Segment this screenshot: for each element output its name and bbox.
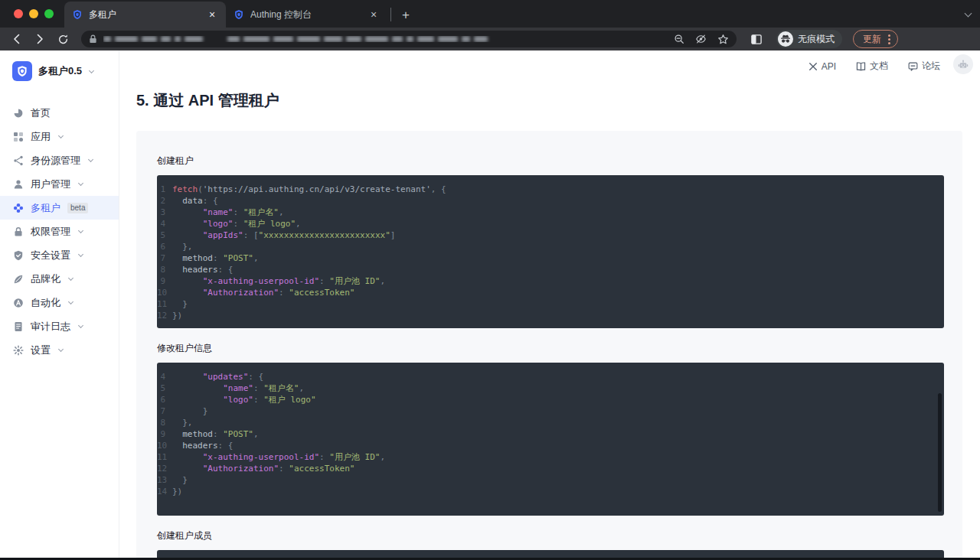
incognito-label: 无痕模式 (798, 33, 835, 46)
code-token: "用户池 ID" (329, 276, 380, 286)
line-number: 6 (157, 241, 172, 252)
code-token: fetch (172, 184, 198, 194)
code-token: "Authorization" (172, 464, 279, 474)
code-token: , (380, 276, 385, 286)
chevron-down-icon (78, 228, 83, 233)
code-token: "logo" (172, 395, 253, 405)
code-token: method (172, 429, 213, 439)
code-token: : (213, 429, 223, 439)
code-token: "租户 logo" (243, 219, 296, 229)
bookmark-star-icon[interactable] (717, 34, 729, 45)
url-address-bar[interactable] (81, 31, 737, 47)
line-number: 5 (157, 230, 172, 241)
browser-toolbar: 无痕模式 更新 (0, 28, 980, 50)
sidebar-item-安全设置[interactable]: 安全设置 (0, 243, 119, 267)
line-number: 9 (157, 275, 172, 287)
back-icon[interactable] (8, 30, 26, 48)
sidebar-item-label: 安全设置 (31, 249, 70, 262)
forum-bubble-icon (908, 62, 918, 71)
window-zoom-button[interactable] (44, 9, 54, 18)
sidebar-item-审计日志[interactable]: 审计日志 (0, 314, 119, 338)
api-link[interactable]: API (808, 61, 836, 72)
code-token: : (319, 276, 329, 286)
sidebar-item-用户管理[interactable]: 用户管理 (0, 172, 119, 196)
chevron-down-icon (78, 181, 83, 186)
section-label: 创建租户 (157, 155, 944, 168)
sidebar-item-自动化[interactable]: 自动化 (0, 291, 119, 314)
docs-link[interactable]: 文档 (856, 60, 888, 73)
tab-close-icon[interactable]: × (368, 8, 380, 21)
code-token: : [ (243, 230, 259, 240)
sidebar-item-身份源管理[interactable]: 身份源管理 (0, 148, 119, 172)
sidebar-item-label: 品牌化 (31, 272, 60, 286)
sidebar-item-品牌化[interactable]: 品牌化 (0, 267, 119, 291)
line-number: 5 (157, 383, 172, 394)
code-token: "租户 logo" (263, 395, 315, 405)
code-token: "x-authing-userpool-id" (172, 276, 319, 286)
code-token: "appIds" (172, 230, 243, 240)
sidebar-item-label: 应用 (31, 130, 51, 144)
code-token: ( (198, 184, 203, 194)
line-number: 8 (157, 264, 172, 275)
code-token: method (172, 253, 213, 263)
line-number: 9 (157, 428, 172, 440)
sidebar-item-label: 权限管理 (31, 225, 70, 239)
scrollbar-thumb[interactable] (938, 393, 942, 512)
browser-tab-multitenant[interactable]: 多租户 × (64, 2, 226, 28)
forum-link[interactable]: 论坛 (908, 60, 940, 73)
line-number: 1 (157, 184, 172, 195)
sidebar-item-应用[interactable]: 应用 (0, 125, 119, 148)
zoom-icon[interactable] (674, 34, 684, 44)
kebab-menu-icon[interactable] (886, 34, 893, 44)
home-icon (13, 108, 24, 119)
assistant-robot-avatar[interactable] (953, 54, 973, 74)
code-token: "Authorization" (172, 288, 279, 298)
sidebar-item-首页[interactable]: 首页 (0, 101, 119, 125)
code-token: : (233, 207, 243, 217)
sidebar-item-多租户[interactable]: 多租户beta (0, 196, 119, 220)
code-token: : { (203, 196, 218, 206)
sidebar-item-label: 用户管理 (31, 177, 70, 191)
update-label: 更新 (863, 33, 881, 46)
forward-icon[interactable] (31, 30, 49, 48)
reload-icon[interactable] (54, 30, 72, 48)
browser-tab-console[interactable]: Authing 控制台 × (226, 2, 387, 28)
chevron-down-icon (58, 133, 64, 138)
settings-icon (13, 345, 24, 356)
window-minimize-button[interactable] (29, 9, 38, 18)
line-number: 12 (157, 463, 172, 474)
sidebar-item-label: 设置 (31, 343, 51, 357)
code-token: "租户名" (263, 383, 299, 393)
sidebar: 多租户0.5 首页应用身份源管理用户管理多租户beta权限管理安全设置品牌化自动… (0, 50, 119, 560)
code-token: , (296, 219, 301, 229)
eye-off-icon[interactable] (695, 34, 707, 44)
chevron-down-icon[interactable] (965, 10, 972, 18)
line-number: 3 (157, 207, 172, 218)
window-close-button[interactable] (14, 9, 23, 18)
chevron-down-icon (88, 157, 93, 162)
side-panel-icon[interactable] (747, 30, 766, 48)
sidebar-item-设置[interactable]: 设置 (0, 338, 119, 362)
code-token: : { (248, 372, 263, 382)
code-token: , (253, 429, 259, 439)
sidebar-item-label: 首页 (31, 106, 51, 120)
authing-logo-icon (12, 61, 32, 81)
workspace-switcher[interactable]: 多租户0.5 (0, 61, 119, 81)
chevron-down-icon (68, 299, 74, 304)
update-button[interactable]: 更新 (853, 30, 898, 48)
lock-icon (89, 34, 97, 44)
code-token: "POST" (223, 429, 253, 439)
code-block[interactable]: 1fetch('https://api.authing.cn/api/v3/cr… (157, 175, 944, 328)
tab-title: 多租户 (89, 8, 200, 21)
api-link-label: API (822, 61, 836, 72)
new-tab-button[interactable]: + (394, 8, 417, 23)
identity-icon (13, 155, 24, 166)
code-token: headers (172, 441, 218, 451)
code-token: , { (431, 184, 446, 194)
code-block[interactable]: 4 "updates": { 5 "name": "租户名", 6 "logo"… (157, 363, 944, 516)
line-number: 2 (157, 195, 172, 207)
sidebar-item-权限管理[interactable]: 权限管理 (0, 220, 119, 243)
code-token: headers (172, 265, 218, 275)
tab-close-icon[interactable]: × (206, 8, 218, 21)
line-number: 11 (157, 451, 172, 463)
